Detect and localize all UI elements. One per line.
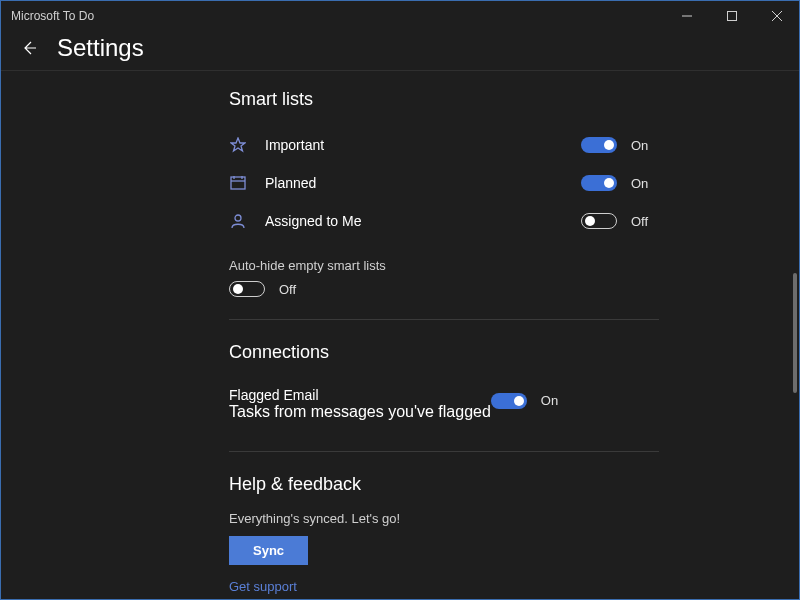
sync-status: Everything's synced. Let's go! <box>229 511 659 526</box>
toggle-flagged-email[interactable] <box>491 393 527 409</box>
link-get-support[interactable]: Get support <box>229 579 659 594</box>
auto-hide-label: Auto-hide empty smart lists <box>229 258 659 273</box>
page-header: Settings <box>1 31 799 71</box>
toggle-state: On <box>631 176 659 191</box>
svg-rect-1 <box>727 12 736 21</box>
smart-list-assigned: Assigned to Me Off <box>229 202 659 240</box>
smart-list-label: Assigned to Me <box>265 213 362 229</box>
connection-flagged-email: Flagged Email Tasks from messages you've… <box>229 379 659 429</box>
svg-point-8 <box>235 215 241 221</box>
connection-sub: Tasks from messages you've flagged <box>229 403 491 421</box>
toggle-state: On <box>541 393 569 408</box>
titlebar: Microsoft To Do <box>1 1 799 31</box>
toggle-important[interactable] <box>581 137 617 153</box>
toggle-planned[interactable] <box>581 175 617 191</box>
connection-label: Flagged Email <box>229 387 491 403</box>
page-title: Settings <box>57 34 144 62</box>
smart-list-important: Important On <box>229 126 659 164</box>
person-icon <box>229 212 247 230</box>
smart-list-label: Important <box>265 137 324 153</box>
section-smart-lists-title: Smart lists <box>229 89 659 110</box>
smart-list-label: Planned <box>265 175 316 191</box>
svg-rect-4 <box>231 177 245 189</box>
divider <box>229 319 659 320</box>
calendar-icon <box>229 174 247 192</box>
back-icon[interactable] <box>19 38 39 58</box>
toggle-state: Off <box>279 282 307 297</box>
smart-list-planned: Planned On <box>229 164 659 202</box>
section-help-title: Help & feedback <box>229 474 659 495</box>
toggle-assigned[interactable] <box>581 213 617 229</box>
minimize-button[interactable] <box>664 1 709 31</box>
close-button[interactable] <box>754 1 799 31</box>
divider <box>229 451 659 452</box>
toggle-auto-hide[interactable] <box>229 281 265 297</box>
toggle-state: On <box>631 138 659 153</box>
scrollbar[interactable] <box>793 273 797 393</box>
maximize-button[interactable] <box>709 1 754 31</box>
section-connections-title: Connections <box>229 342 659 363</box>
toggle-state: Off <box>631 214 659 229</box>
star-icon <box>229 136 247 154</box>
sync-button[interactable]: Sync <box>229 536 308 565</box>
window-title: Microsoft To Do <box>11 9 94 23</box>
